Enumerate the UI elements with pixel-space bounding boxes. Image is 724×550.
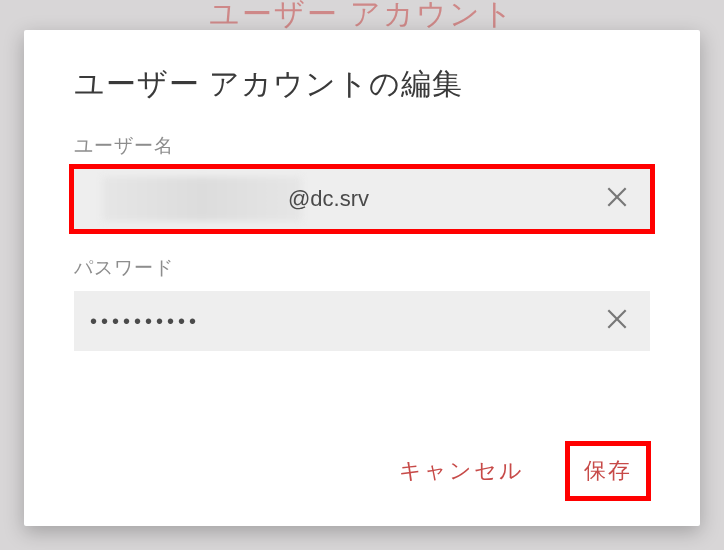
cancel-button[interactable]: キャンセル: [385, 446, 538, 496]
password-input[interactable]: [88, 291, 598, 351]
username-input-wrap[interactable]: @dc.srv: [74, 169, 650, 229]
dialog-title: ユーザー アカウントの編集: [74, 64, 650, 105]
password-label: パスワード: [74, 255, 650, 281]
edit-user-dialog: ユーザー アカウントの編集 ユーザー名 @dc.srv パスワード: [24, 30, 700, 526]
close-icon: [604, 184, 630, 214]
password-input-wrap[interactable]: [74, 291, 650, 351]
username-visible-suffix: @dc.srv: [288, 186, 369, 212]
clear-username-button[interactable]: [598, 180, 636, 218]
username-field[interactable]: @dc.srv: [88, 169, 598, 229]
close-icon: [604, 306, 630, 336]
username-label: ユーザー名: [74, 133, 650, 159]
save-button[interactable]: 保存: [570, 446, 646, 496]
clear-password-button[interactable]: [598, 302, 636, 340]
username-redacted: [102, 177, 302, 221]
dialog-actions: キャンセル 保存: [74, 446, 650, 496]
